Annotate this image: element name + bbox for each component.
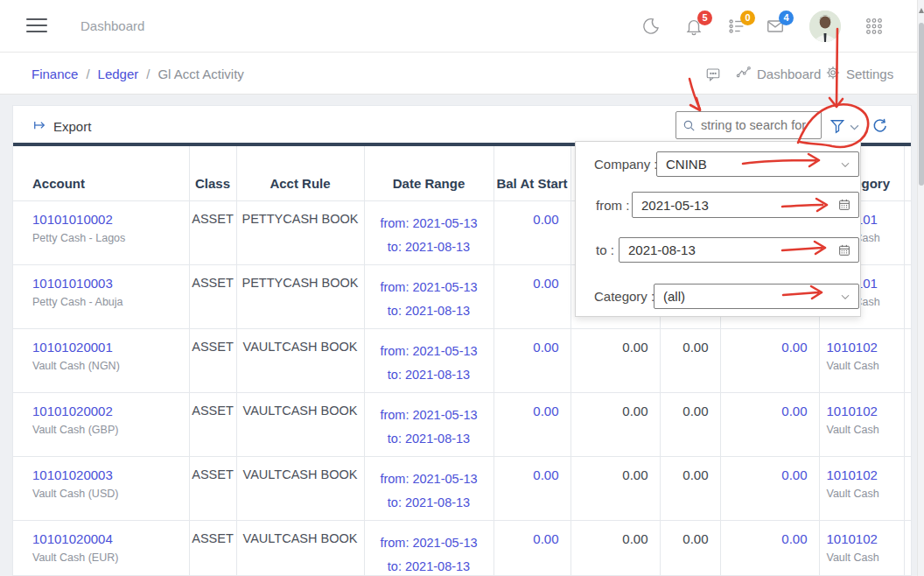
to-date-value: 2021-08-13 [628, 242, 837, 257]
value-cell-2: 0.00 [660, 520, 720, 576]
category-select[interactable]: (all) [654, 284, 859, 309]
notifications-bell-icon[interactable]: 5 [684, 17, 704, 36]
acct-rule-cell: VAULTCASH BOOK [236, 328, 364, 392]
account-link[interactable]: 10101020003 [32, 467, 113, 482]
breadcrumb-finance[interactable]: Finance [32, 67, 78, 81]
category-sublabel: Vault Cash [827, 360, 904, 372]
user-avatar[interactable] [809, 11, 841, 42]
dashboard-action[interactable]: Dashboard [736, 53, 821, 95]
tasks-list-icon[interactable]: 0 [727, 17, 746, 36]
notifications-badge: 5 [697, 11, 712, 25]
col-header-acct-rule[interactable]: Acct Rule [236, 146, 364, 200]
col-header-account[interactable]: Account [13, 146, 189, 200]
date-to: to: 2021-08-13 [365, 299, 494, 323]
line-chart-icon [736, 65, 752, 83]
category-sublabel: Vault Cash [827, 424, 904, 436]
breadcrumb-ledger[interactable]: Ledger [98, 67, 139, 81]
date-range-cell: from: 2021-05-13 to: 2021-08-13 [364, 520, 494, 576]
bal-at-start-cell: 0.00 [494, 456, 570, 520]
category-sublabel: Vault Cash [827, 551, 904, 564]
category-cell: 1010102 Vault Cash [819, 392, 904, 456]
settings-action[interactable]: Settings [825, 53, 893, 95]
account-link[interactable]: 10101020001 [32, 340, 113, 355]
filler-cell [904, 328, 911, 392]
search-box [676, 111, 822, 139]
value-cell-1: 0.00 [570, 392, 660, 456]
scrollbar-track[interactable] [917, 0, 924, 576]
date-from: from: 2021-05-13 [365, 276, 494, 299]
account-cell: 10101020003 Vault Cash (USD) [13, 456, 189, 520]
date-to: to: 2021-08-13 [365, 491, 494, 515]
account-sublabel: Vault Cash (NGN) [32, 360, 189, 372]
date-range-cell: from: 2021-05-13 to: 2021-08-13 [364, 392, 494, 456]
filler-cell [904, 392, 911, 456]
hamburger-menu-icon[interactable] [26, 18, 47, 34]
class-cell: ASSET [189, 264, 236, 328]
date-range-cell: from: 2021-05-13 to: 2021-08-13 [364, 328, 494, 392]
refresh-icon[interactable] [871, 116, 889, 138]
dark-mode-moon-icon[interactable] [641, 17, 661, 36]
acct-rule-cell: VAULTCASH BOOK [236, 392, 364, 456]
value-cell-3: 0.00 [720, 456, 819, 520]
category-link[interactable]: 1010102 [827, 404, 878, 418]
table-row: 10101020002 Vault Cash (GBP) ASSET VAULT… [13, 392, 911, 456]
filter-funnel-icon[interactable] [829, 117, 846, 138]
breadcrumb: Finance / Ledger / Gl Acct Activity [32, 53, 244, 95]
value-cell-3: 0.00 [720, 520, 819, 576]
account-cell: 10101020002 Vault Cash (GBP) [13, 392, 189, 456]
from-calendar-icon[interactable] [837, 198, 851, 212]
date-from: from: 2021-05-13 [365, 212, 494, 235]
messages-envelope-icon[interactable]: 4 [766, 17, 785, 36]
date-range-cell: from: 2021-05-13 to: 2021-08-13 [364, 264, 494, 328]
from-date-value: 2021-05-13 [641, 198, 837, 213]
category-link[interactable]: 1010102 [827, 340, 878, 355]
date-from: from: 2021-05-13 [365, 531, 494, 555]
account-link[interactable]: 10101010003 [32, 276, 113, 291]
acct-rule-cell: VAULTCASH BOOK [236, 520, 364, 576]
to-calendar-icon[interactable] [837, 243, 851, 257]
account-link[interactable]: 10101020002 [32, 404, 113, 418]
category-link[interactable]: 1010102 [827, 467, 878, 482]
scrollbar-up-arrow[interactable] [918, 4, 924, 18]
breadcrumb-current: Gl Acct Activity [158, 67, 243, 81]
dashboard-action-label: Dashboard [757, 67, 821, 81]
from-date-input[interactable]: 2021-05-13 [632, 192, 859, 218]
top-navbar: Dashboard 5 0 4 [0, 0, 917, 53]
account-sublabel: Vault Cash (USD) [32, 488, 189, 500]
category-sublabel: Vault Cash [827, 488, 904, 500]
value-cell-1: 0.00 [570, 456, 660, 520]
date-to: to: 2021-08-13 [365, 555, 494, 576]
acct-rule-cell: PETTYCASH BOOK [236, 200, 364, 264]
date-to: to: 2021-08-13 [365, 427, 494, 451]
breadcrumb-bar: Finance / Ledger / Gl Acct Activity Dash… [0, 53, 917, 95]
company-chevron-down-icon [839, 158, 851, 171]
col-header-date-range[interactable]: Date Range [364, 146, 494, 200]
account-link[interactable]: 10101010002 [32, 212, 113, 227]
account-cell: 10101020004 Vault Cash (EUR) [13, 520, 189, 576]
date-range-cell: from: 2021-05-13 to: 2021-08-13 [364, 200, 494, 264]
scrollbar-thumb[interactable] [919, 23, 924, 186]
to-date-input[interactable]: 2021-08-13 [619, 237, 859, 263]
date-from: from: 2021-05-13 [365, 404, 494, 427]
search-input[interactable] [701, 118, 815, 132]
filler-cell [904, 520, 911, 576]
class-cell: ASSET [189, 456, 236, 520]
category-link[interactable]: 1010102 [827, 531, 878, 546]
feedback-bubble-icon[interactable] [705, 67, 721, 86]
company-select[interactable]: CNINB [656, 151, 859, 177]
export-button[interactable]: Export [32, 117, 91, 136]
tasks-badge: 0 [740, 11, 755, 25]
date-range-cell: from: 2021-05-13 to: 2021-08-13 [364, 456, 494, 520]
company-label: Company : [594, 157, 658, 172]
col-header-class[interactable]: Class [189, 146, 236, 200]
filter-chevron-down-icon[interactable] [848, 121, 861, 137]
value-cell-1: 0.00 [570, 520, 660, 576]
bal-at-start-cell: 0.00 [494, 264, 570, 328]
value-cell-3: 0.00 [720, 392, 819, 456]
apps-grid-icon[interactable] [864, 17, 884, 36]
account-cell: 10101010002 Petty Cash - Lagos [13, 200, 189, 264]
account-sublabel: Vault Cash (EUR) [32, 551, 189, 564]
col-header-bal-at-start[interactable]: Bal At Start [494, 146, 570, 200]
date-to: to: 2021-08-13 [365, 363, 494, 387]
account-link[interactable]: 10101020004 [32, 531, 113, 546]
